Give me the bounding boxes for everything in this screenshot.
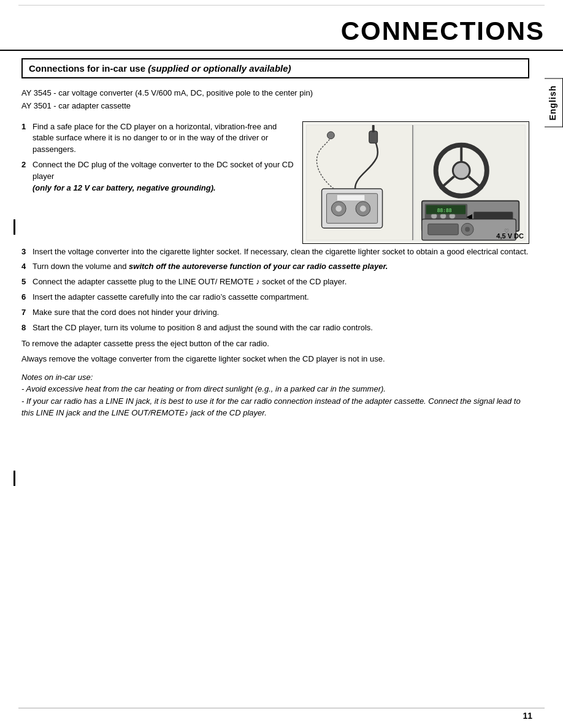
step-2-text-bold-italic: (only for a 12 V car battery, negative g… xyxy=(33,183,216,192)
step-7-text: Make sure that the cord does not hinder … xyxy=(33,307,529,319)
sidebar-language-label: English xyxy=(545,78,563,127)
step-3-num: 3 xyxy=(21,246,30,258)
step-4: 4 Turn down the volume and switch off th… xyxy=(21,261,529,273)
section-title-bold: Connections for in-car use xyxy=(29,63,145,74)
svg-rect-9 xyxy=(369,131,378,143)
svg-rect-31 xyxy=(428,224,459,235)
car-illustration: 88:88 ♡ xyxy=(303,122,529,243)
page-number: 11 xyxy=(523,711,532,721)
paragraph-1: To remove the adapter cassette press the… xyxy=(21,338,529,350)
step-1-text: Find a safe place for the CD player on a… xyxy=(33,121,296,156)
svg-point-30 xyxy=(465,227,470,232)
steps-list-initial: 1 Find a safe place for the CD player on… xyxy=(21,121,296,194)
step-8-num: 8 xyxy=(21,322,30,334)
page: CONNECTIONS English Connections for in-c… xyxy=(0,5,563,728)
step-7-num: 7 xyxy=(21,307,30,319)
image-label: 4,5 V DC xyxy=(496,232,524,240)
step-4-text: Turn down the volume and switch off the … xyxy=(33,261,529,273)
step-7: 7 Make sure that the cord does not hinde… xyxy=(21,307,529,319)
svg-point-5 xyxy=(335,205,342,211)
step-5: 5 Connect the adapter cassette plug to t… xyxy=(21,276,529,288)
product-line-2: AY 3501 - car adapter cassette xyxy=(21,100,529,113)
step-6: 6 Insert the adapter cassette carefully … xyxy=(21,292,529,303)
paragraph-2: Always remove the voltage converter from… xyxy=(21,353,529,365)
svg-point-7 xyxy=(360,205,366,211)
step-2-text: Connect the DC plug of the voltage conve… xyxy=(33,159,296,194)
page-title: CONNECTIONS xyxy=(341,17,545,46)
main-content: Connections for in-car use (supplied or … xyxy=(0,51,563,431)
steps-and-image: 1 Find a safe place for the CD player on… xyxy=(21,121,529,244)
steps-left: 1 Find a safe place for the CD player on… xyxy=(21,121,296,244)
step-3-text: Insert the voltage converter into the ci… xyxy=(33,246,529,258)
notes-section: Notes on in-car use: - Avoid excessive h… xyxy=(21,371,529,419)
step-5-text: Connect the adapter cassette plug to the… xyxy=(33,276,529,288)
svg-rect-10 xyxy=(372,125,375,132)
step-6-num: 6 xyxy=(21,292,30,303)
step-2-num: 2 xyxy=(21,159,30,194)
step-4-text-bold: switch off the autoreverse function of y… xyxy=(129,262,388,271)
step-8: 8 Start the CD player, turn its volume t… xyxy=(21,322,529,334)
product-line-1: AY 3545 - car voltage converter (4.5 V/6… xyxy=(21,87,529,100)
section-box-title: Connections for in-car use (supplied or … xyxy=(29,63,291,74)
svg-rect-8 xyxy=(337,194,365,200)
car-image-box: 88:88 ♡ 4,5 V DC xyxy=(302,121,529,244)
step-1: 1 Find a safe place for the CD player on… xyxy=(21,121,296,156)
step-4-text-before: Turn down the volume and xyxy=(33,262,126,271)
step-8-text: Start the CD player, turn its volume to … xyxy=(33,322,529,334)
step-5-num: 5 xyxy=(21,276,30,288)
svg-point-11 xyxy=(327,131,334,138)
notes-item-2: - If your car radio has a LINE IN jack, … xyxy=(21,395,529,419)
steps-list-continued: 3 Insert the voltage converter into the … xyxy=(21,246,529,334)
bottom-divider xyxy=(18,708,545,708)
step-2: 2 Connect the DC plug of the voltage con… xyxy=(21,159,296,194)
step-3: 3 Insert the voltage converter into the … xyxy=(21,246,529,258)
step-1-num: 1 xyxy=(21,121,30,156)
step-6-text: Insert the adapter cassette carefully in… xyxy=(33,292,529,303)
notes-item-1: - Avoid excessive heat from the car heat… xyxy=(21,383,529,395)
left-mark-2 xyxy=(13,471,15,486)
step-2-text-before: Connect the DC plug of the voltage conve… xyxy=(33,160,294,181)
svg-text:88:88: 88:88 xyxy=(437,207,452,213)
steps-continued: 3 Insert the voltage converter into the … xyxy=(21,246,529,334)
section-title-italic: (supplied or optionally available) xyxy=(148,63,291,74)
notes-title: Notes on in-car use: xyxy=(21,371,529,384)
section-box: Connections for in-car use (supplied or … xyxy=(21,58,529,78)
left-mark-1 xyxy=(13,219,15,235)
product-lines: AY 3545 - car voltage converter (4.5 V/6… xyxy=(21,87,529,113)
step-4-num: 4 xyxy=(21,261,30,273)
svg-point-15 xyxy=(453,162,470,179)
steps-right: 88:88 ♡ 4,5 V DC xyxy=(302,121,529,244)
page-header: CONNECTIONS xyxy=(0,6,563,51)
